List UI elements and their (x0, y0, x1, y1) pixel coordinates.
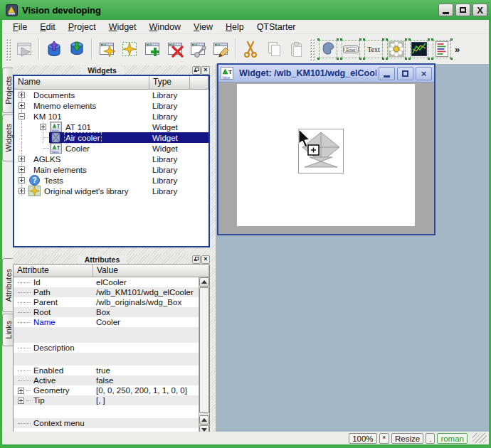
widget-editor-window[interactable]: T Value Widget: /wlb_KM101/wdg_elCooler … (217, 63, 435, 235)
close-button[interactable]: X (472, 4, 487, 16)
text-element-button[interactable]: Text (362, 36, 385, 62)
expand-icon[interactable] (19, 156, 25, 162)
column-header-name[interactable]: Name (14, 76, 149, 90)
menu-view[interactable]: View (187, 21, 219, 33)
tree-row-mnemo-elements[interactable]: Mnemo elements Library (14, 100, 208, 111)
menu-window[interactable]: Window (143, 21, 187, 33)
child-minimize-button[interactable] (379, 67, 395, 80)
cut-button[interactable] (239, 36, 262, 62)
media-element-button[interactable] (385, 36, 408, 62)
tab-projects[interactable]: Projects (2, 68, 14, 113)
diagram-element-button[interactable] (408, 36, 431, 62)
delete-widget-button[interactable] (164, 36, 186, 62)
attr-row-tip[interactable]: Tip[, ] (14, 395, 199, 405)
maximize-icon (460, 7, 466, 13)
widgets-panel-float-button[interactable] (192, 66, 201, 75)
toolbar-handle[interactable] (5, 38, 11, 60)
attributes-panel-float-button[interactable] (192, 255, 201, 264)
attr-row-path[interactable]: Path/wlb_KM101/wdg_elCooler (14, 287, 199, 297)
minimize-button[interactable] (438, 4, 453, 16)
attr-row-root[interactable]: RootBox (14, 307, 199, 317)
expand-icon[interactable] (19, 188, 25, 194)
copy-button[interactable] (262, 36, 285, 62)
expand-icon[interactable] (19, 166, 25, 173)
expand-icon[interactable] (19, 102, 25, 109)
menu-edit[interactable]: Edit (33, 21, 62, 33)
menu-widget[interactable]: Widget (102, 21, 143, 33)
attributes-panel-titlebar[interactable]: Attributes × (13, 255, 210, 264)
attributes-panel-close-button[interactable]: × (201, 255, 210, 264)
tree-row-at101[interactable]: T Value AT 101 Widget (14, 122, 208, 132)
tree-row-original-library[interactable]: Original widget's library Library (14, 186, 208, 196)
attributes-scrollbar[interactable] (199, 277, 209, 434)
tree-item-type: Library (152, 155, 177, 164)
expand-icon[interactable] (18, 398, 24, 404)
tree-row-documents[interactable]: Documents Library (14, 90, 208, 100)
attr-row-parent[interactable]: Parent/wlb_originals/wdg_Box (14, 297, 199, 307)
attr-row-name[interactable]: NameCooler (14, 317, 199, 327)
menu-project[interactable]: Project (62, 21, 102, 33)
attr-row-id[interactable]: IdelCooler (14, 277, 199, 287)
tab-attributes[interactable]: Attributes (2, 258, 14, 312)
attr-row-blank (14, 327, 199, 343)
collapse-icon[interactable] (19, 113, 25, 119)
user-field[interactable]: roman (437, 433, 468, 444)
edit-mode-field[interactable]: Resize (391, 433, 423, 444)
expand-icon[interactable] (40, 124, 46, 130)
protocol-element-button[interactable] (431, 36, 453, 62)
tree-item-label: Air cooler (65, 134, 100, 142)
child-close-button[interactable]: × (416, 67, 432, 80)
attr-row-description[interactable]: Description (14, 343, 199, 353)
library-star-button[interactable] (118, 36, 141, 62)
toolbar-handle[interactable] (309, 38, 315, 60)
add-widget-button[interactable] (141, 36, 164, 62)
column-header-value[interactable]: Value (93, 265, 209, 277)
widget-edit-button[interactable] (209, 36, 232, 62)
titlebar[interactable]: Vision developing X (0, 0, 491, 20)
tab-links[interactable]: Links (2, 314, 14, 346)
tree-row-air-cooler[interactable]: Air cooler Widget (14, 132, 208, 143)
widgets-panel-titlebar[interactable]: Widgets × (13, 65, 210, 75)
menu-help[interactable]: Help (219, 21, 250, 33)
maximize-button[interactable] (455, 4, 470, 16)
horizontal-splitter[interactable] (13, 247, 210, 255)
expand-icon[interactable] (18, 388, 24, 394)
tree-row-main-elements[interactable]: Main elements Library (14, 164, 208, 175)
tab-widgets[interactable]: Widgets (2, 114, 14, 161)
statusbar: 100% * Resize . roman (2, 432, 489, 444)
attr-row-enabled[interactable]: Enabledtrue (14, 366, 199, 375)
paste-icon (287, 40, 305, 58)
attr-row-geometry[interactable]: Geometry[0, 0, 250, 200, 1, 1, 0, 0] (14, 385, 199, 395)
column-header-type[interactable]: Type (149, 76, 190, 90)
widget-canvas[interactable] (237, 84, 415, 226)
vertical-splitter[interactable] (210, 65, 216, 432)
expand-icon[interactable] (19, 177, 25, 183)
widget-editor-titlebar[interactable]: T Value Widget: /wlb_KM101/wdg_elCooler … (218, 65, 434, 82)
run-project-button[interactable] (13, 36, 36, 62)
paste-button[interactable] (285, 36, 307, 62)
menu-qtstarter[interactable]: QTStarter (250, 21, 302, 33)
attr-row-active[interactable]: Activefalse (14, 375, 199, 385)
new-library-button[interactable] (95, 36, 118, 62)
scrollbar-thumb[interactable] (199, 287, 209, 413)
tree-row-aglks[interactable]: AGLKS Library (14, 154, 208, 164)
scroll-up-button[interactable] (199, 277, 209, 287)
menu-file[interactable]: File (6, 21, 33, 33)
tree-row-km101[interactable]: KM 101 Library (14, 111, 208, 122)
tree-row-tests[interactable]: ? Tests Library (14, 175, 208, 186)
column-header-attribute[interactable]: Attribute (14, 265, 93, 277)
expand-icon[interactable] (19, 92, 25, 98)
scroll-up-button[interactable] (199, 415, 209, 425)
load-from-db-button[interactable] (43, 36, 65, 62)
tree-row-cooler[interactable]: T Value Cooler Widget (14, 143, 208, 154)
widget-properties-button[interactable] (186, 36, 209, 62)
save-to-db-button[interactable] (65, 36, 88, 62)
form-element-button[interactable]: Enter (339, 36, 362, 62)
attr-row-context-menu[interactable]: Context menu (14, 418, 199, 428)
widgets-panel-close-button[interactable]: × (201, 66, 210, 75)
child-maximize-button[interactable] (397, 67, 413, 80)
toolbar-overflow-button[interactable]: » (455, 44, 460, 55)
resize-grip[interactable] (472, 433, 487, 443)
zoom-level-field[interactable]: 100% (349, 433, 376, 444)
figure-element-button[interactable] (317, 36, 339, 62)
